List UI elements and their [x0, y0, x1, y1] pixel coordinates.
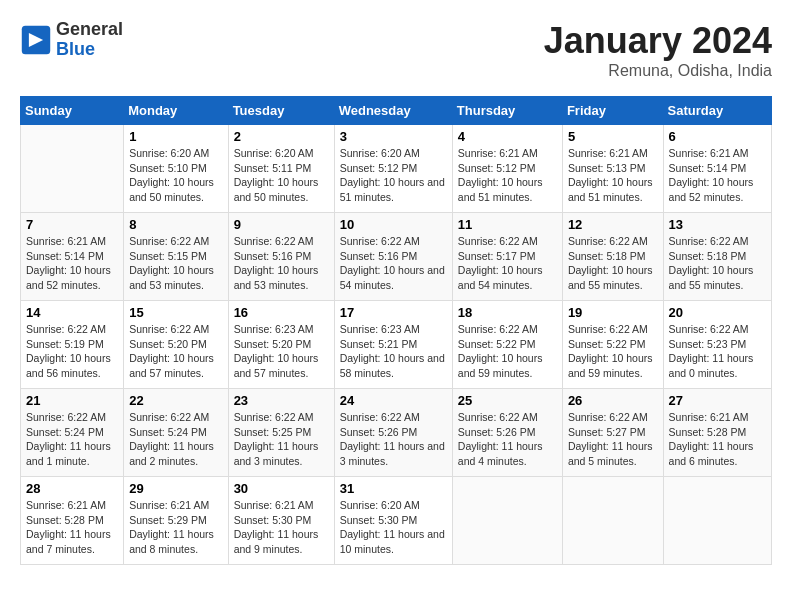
day-number: 23 — [234, 393, 329, 408]
day-info: Sunrise: 6:21 AMSunset: 5:29 PMDaylight:… — [129, 498, 222, 557]
calendar-day-cell: 19Sunrise: 6:22 AMSunset: 5:22 PMDayligh… — [562, 301, 663, 389]
day-number: 6 — [669, 129, 766, 144]
day-info: Sunrise: 6:22 AMSunset: 5:17 PMDaylight:… — [458, 234, 557, 293]
day-number: 31 — [340, 481, 447, 496]
calendar-day-cell: 28Sunrise: 6:21 AMSunset: 5:28 PMDayligh… — [21, 477, 124, 565]
weekday-header: Thursday — [452, 97, 562, 125]
day-info: Sunrise: 6:22 AMSunset: 5:20 PMDaylight:… — [129, 322, 222, 381]
calendar-body: 1Sunrise: 6:20 AMSunset: 5:10 PMDaylight… — [21, 125, 772, 565]
day-info: Sunrise: 6:22 AMSunset: 5:18 PMDaylight:… — [669, 234, 766, 293]
day-info: Sunrise: 6:20 AMSunset: 5:11 PMDaylight:… — [234, 146, 329, 205]
day-info: Sunrise: 6:20 AMSunset: 5:12 PMDaylight:… — [340, 146, 447, 205]
calendar-day-cell: 20Sunrise: 6:22 AMSunset: 5:23 PMDayligh… — [663, 301, 771, 389]
calendar-table: SundayMondayTuesdayWednesdayThursdayFrid… — [20, 96, 772, 565]
day-info: Sunrise: 6:21 AMSunset: 5:28 PMDaylight:… — [26, 498, 118, 557]
calendar-day-cell — [21, 125, 124, 213]
day-info: Sunrise: 6:22 AMSunset: 5:18 PMDaylight:… — [568, 234, 658, 293]
day-info: Sunrise: 6:21 AMSunset: 5:14 PMDaylight:… — [669, 146, 766, 205]
calendar-day-cell: 5Sunrise: 6:21 AMSunset: 5:13 PMDaylight… — [562, 125, 663, 213]
day-info: Sunrise: 6:22 AMSunset: 5:25 PMDaylight:… — [234, 410, 329, 469]
calendar-week-row: 1Sunrise: 6:20 AMSunset: 5:10 PMDaylight… — [21, 125, 772, 213]
day-info: Sunrise: 6:23 AMSunset: 5:21 PMDaylight:… — [340, 322, 447, 381]
day-info: Sunrise: 6:21 AMSunset: 5:14 PMDaylight:… — [26, 234, 118, 293]
weekday-header: Saturday — [663, 97, 771, 125]
weekday-header: Tuesday — [228, 97, 334, 125]
day-info: Sunrise: 6:22 AMSunset: 5:22 PMDaylight:… — [458, 322, 557, 381]
day-info: Sunrise: 6:21 AMSunset: 5:13 PMDaylight:… — [568, 146, 658, 205]
day-number: 5 — [568, 129, 658, 144]
day-number: 26 — [568, 393, 658, 408]
day-number: 10 — [340, 217, 447, 232]
day-info: Sunrise: 6:22 AMSunset: 5:26 PMDaylight:… — [458, 410, 557, 469]
day-number: 4 — [458, 129, 557, 144]
calendar-day-cell — [562, 477, 663, 565]
calendar-day-cell: 9Sunrise: 6:22 AMSunset: 5:16 PMDaylight… — [228, 213, 334, 301]
calendar-day-cell — [663, 477, 771, 565]
calendar-day-cell: 2Sunrise: 6:20 AMSunset: 5:11 PMDaylight… — [228, 125, 334, 213]
calendar-day-cell: 31Sunrise: 6:20 AMSunset: 5:30 PMDayligh… — [334, 477, 452, 565]
day-number: 7 — [26, 217, 118, 232]
calendar-day-cell: 18Sunrise: 6:22 AMSunset: 5:22 PMDayligh… — [452, 301, 562, 389]
logo: General Blue — [20, 20, 123, 60]
day-info: Sunrise: 6:23 AMSunset: 5:20 PMDaylight:… — [234, 322, 329, 381]
weekday-header: Wednesday — [334, 97, 452, 125]
day-number: 11 — [458, 217, 557, 232]
calendar-day-cell: 25Sunrise: 6:22 AMSunset: 5:26 PMDayligh… — [452, 389, 562, 477]
calendar-day-cell: 16Sunrise: 6:23 AMSunset: 5:20 PMDayligh… — [228, 301, 334, 389]
calendar-week-row: 28Sunrise: 6:21 AMSunset: 5:28 PMDayligh… — [21, 477, 772, 565]
calendar-day-cell: 30Sunrise: 6:21 AMSunset: 5:30 PMDayligh… — [228, 477, 334, 565]
calendar-day-cell: 14Sunrise: 6:22 AMSunset: 5:19 PMDayligh… — [21, 301, 124, 389]
calendar-week-row: 7Sunrise: 6:21 AMSunset: 5:14 PMDaylight… — [21, 213, 772, 301]
day-info: Sunrise: 6:22 AMSunset: 5:15 PMDaylight:… — [129, 234, 222, 293]
day-info: Sunrise: 6:22 AMSunset: 5:16 PMDaylight:… — [340, 234, 447, 293]
calendar-day-cell: 27Sunrise: 6:21 AMSunset: 5:28 PMDayligh… — [663, 389, 771, 477]
day-number: 19 — [568, 305, 658, 320]
page-header: General Blue January 2024 Remuna, Odisha… — [20, 20, 772, 80]
calendar-day-cell: 7Sunrise: 6:21 AMSunset: 5:14 PMDaylight… — [21, 213, 124, 301]
day-number: 16 — [234, 305, 329, 320]
day-number: 28 — [26, 481, 118, 496]
calendar-week-row: 14Sunrise: 6:22 AMSunset: 5:19 PMDayligh… — [21, 301, 772, 389]
day-info: Sunrise: 6:22 AMSunset: 5:22 PMDaylight:… — [568, 322, 658, 381]
day-info: Sunrise: 6:22 AMSunset: 5:23 PMDaylight:… — [669, 322, 766, 381]
day-number: 18 — [458, 305, 557, 320]
logo-line1: General — [56, 20, 123, 40]
day-info: Sunrise: 6:21 AMSunset: 5:12 PMDaylight:… — [458, 146, 557, 205]
day-number: 21 — [26, 393, 118, 408]
weekday-header: Sunday — [21, 97, 124, 125]
calendar-day-cell: 17Sunrise: 6:23 AMSunset: 5:21 PMDayligh… — [334, 301, 452, 389]
calendar-week-row: 21Sunrise: 6:22 AMSunset: 5:24 PMDayligh… — [21, 389, 772, 477]
day-number: 13 — [669, 217, 766, 232]
calendar-day-cell: 29Sunrise: 6:21 AMSunset: 5:29 PMDayligh… — [124, 477, 228, 565]
month-year: January 2024 — [544, 20, 772, 62]
day-info: Sunrise: 6:20 AMSunset: 5:10 PMDaylight:… — [129, 146, 222, 205]
calendar-day-cell: 15Sunrise: 6:22 AMSunset: 5:20 PMDayligh… — [124, 301, 228, 389]
calendar-day-cell: 6Sunrise: 6:21 AMSunset: 5:14 PMDaylight… — [663, 125, 771, 213]
calendar-day-cell: 12Sunrise: 6:22 AMSunset: 5:18 PMDayligh… — [562, 213, 663, 301]
day-number: 29 — [129, 481, 222, 496]
day-number: 14 — [26, 305, 118, 320]
day-number: 25 — [458, 393, 557, 408]
day-number: 17 — [340, 305, 447, 320]
day-number: 22 — [129, 393, 222, 408]
day-number: 8 — [129, 217, 222, 232]
day-number: 2 — [234, 129, 329, 144]
day-info: Sunrise: 6:22 AMSunset: 5:27 PMDaylight:… — [568, 410, 658, 469]
calendar-day-cell: 22Sunrise: 6:22 AMSunset: 5:24 PMDayligh… — [124, 389, 228, 477]
day-info: Sunrise: 6:20 AMSunset: 5:30 PMDaylight:… — [340, 498, 447, 557]
calendar-day-cell — [452, 477, 562, 565]
day-info: Sunrise: 6:22 AMSunset: 5:19 PMDaylight:… — [26, 322, 118, 381]
day-info: Sunrise: 6:22 AMSunset: 5:26 PMDaylight:… — [340, 410, 447, 469]
calendar-day-cell: 21Sunrise: 6:22 AMSunset: 5:24 PMDayligh… — [21, 389, 124, 477]
weekday-header: Friday — [562, 97, 663, 125]
calendar-day-cell: 4Sunrise: 6:21 AMSunset: 5:12 PMDaylight… — [452, 125, 562, 213]
day-number: 12 — [568, 217, 658, 232]
calendar-day-cell: 26Sunrise: 6:22 AMSunset: 5:27 PMDayligh… — [562, 389, 663, 477]
calendar-day-cell: 24Sunrise: 6:22 AMSunset: 5:26 PMDayligh… — [334, 389, 452, 477]
day-number: 1 — [129, 129, 222, 144]
location: Remuna, Odisha, India — [544, 62, 772, 80]
day-info: Sunrise: 6:21 AMSunset: 5:28 PMDaylight:… — [669, 410, 766, 469]
logo-text: General Blue — [56, 20, 123, 60]
logo-line2: Blue — [56, 40, 123, 60]
day-info: Sunrise: 6:22 AMSunset: 5:16 PMDaylight:… — [234, 234, 329, 293]
